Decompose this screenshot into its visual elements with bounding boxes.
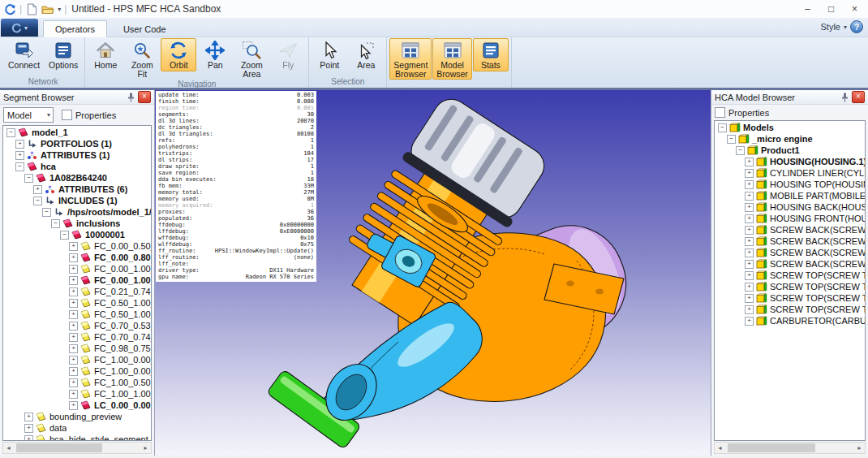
help-icon[interactable]: ? xyxy=(850,20,863,33)
tree-item[interactable]: +FC_0.70_0.74_( xyxy=(3,331,151,343)
connect-button[interactable]: Connect xyxy=(4,38,44,71)
expand-icon[interactable]: + xyxy=(24,413,33,421)
tree-item[interactable]: +SCREW TOP(SCREW TOP.4) xyxy=(715,304,865,315)
tree-item[interactable]: +hca_hide_style_segment xyxy=(3,434,151,441)
collapse-icon[interactable]: − xyxy=(15,162,24,171)
tree-item[interactable]: +SCREW BACK(SCREW BACK.3) xyxy=(715,247,865,258)
properties-checkbox[interactable]: Properties xyxy=(62,110,116,120)
style-dropdown[interactable]: Style xyxy=(821,22,840,32)
expand-icon[interactable]: + xyxy=(745,260,754,269)
expand-icon[interactable]: + xyxy=(745,294,754,303)
expand-icon[interactable]: + xyxy=(69,333,78,342)
zoom-area-button[interactable]: Zoom Area xyxy=(234,38,269,80)
tab-user-code[interactable]: User Code xyxy=(112,21,178,37)
expand-icon[interactable]: + xyxy=(69,390,78,399)
point-button[interactable]: Point xyxy=(312,38,347,71)
expand-icon[interactable]: + xyxy=(69,242,78,251)
expand-icon[interactable]: + xyxy=(745,283,754,292)
new-document-icon[interactable] xyxy=(24,2,39,16)
expand-icon[interactable]: + xyxy=(69,287,78,296)
pan-button[interactable]: Pan xyxy=(197,38,233,71)
tree-item[interactable]: +bounding_preview xyxy=(3,411,151,422)
tree-item[interactable]: +SCREW BACK(SCREW BACK.2) xyxy=(715,235,865,247)
tree-item[interactable]: +FC_0.50_1.00_( xyxy=(3,297,151,309)
expand-icon[interactable]: + xyxy=(745,192,754,201)
tree-item[interactable]: +HOUSING TOP(HOUSING TOP.1) xyxy=(715,179,865,190)
tree-item[interactable]: +FC_0.21_0.74_( xyxy=(3,286,151,297)
checkbox-box[interactable] xyxy=(62,110,72,120)
scroll-left-icon[interactable]: ◂ xyxy=(3,444,14,452)
collapse-icon[interactable]: − xyxy=(736,146,745,155)
application-menu-button[interactable]: ▾ xyxy=(1,19,38,37)
tree-item[interactable]: +LC_0.00_0.00_ xyxy=(3,400,151,411)
horizontal-scrollbar[interactable]: ◂ ▸ xyxy=(2,442,152,454)
tree-item[interactable]: +FC_0.00_0.50_1 xyxy=(3,240,151,252)
expand-icon[interactable]: + xyxy=(69,344,78,353)
maximize-button[interactable]: □ xyxy=(819,1,843,17)
3d-viewport[interactable]: update time:0.003finish time:0.000region… xyxy=(154,90,711,456)
expand-icon[interactable]: + xyxy=(33,185,42,194)
pin-icon[interactable] xyxy=(839,92,850,102)
tree-item[interactable]: +CARBURETOR(CARBURETOR.1) xyxy=(715,315,865,326)
zoom-fit-button[interactable]: Zoom Fit xyxy=(124,38,160,80)
tree-item[interactable]: −hca xyxy=(3,161,151,172)
tree-item[interactable]: +SCREW BACK(SCREW BACK.4) xyxy=(715,258,865,270)
close-icon[interactable]: × xyxy=(852,91,865,103)
tree-item[interactable]: −INCLUDES (1) xyxy=(3,195,151,206)
tree-item[interactable]: +ATTRIBUTES (1) xyxy=(3,149,151,161)
collapse-icon[interactable]: − xyxy=(51,219,60,228)
tree-item[interactable]: +FC_1.00_0.00_( xyxy=(3,354,151,365)
collapse-icon[interactable]: − xyxy=(24,174,33,183)
tree-item[interactable]: +FC_1.00_0.00_ xyxy=(3,365,151,377)
tree-item[interactable]: −/hps/roots/model_1/hca xyxy=(3,206,151,218)
expand-icon[interactable]: + xyxy=(24,424,33,433)
tree-item[interactable]: +CYLINDER LINER(CYLINDER LINER.1) xyxy=(715,167,865,179)
tree-item[interactable]: +SCREW TOP(SCREW TOP.2) xyxy=(715,281,865,292)
tree-item[interactable]: +FC_0.98_0.75_( xyxy=(3,343,151,354)
expand-icon[interactable]: + xyxy=(24,435,33,442)
open-folder-icon[interactable] xyxy=(41,2,55,16)
quick-access-dropdown-icon[interactable]: ▾ xyxy=(58,6,61,13)
tree-item[interactable]: −model_1 xyxy=(3,127,151,138)
collapse-icon[interactable]: − xyxy=(42,208,51,217)
scrollbar-thumb[interactable] xyxy=(16,443,102,452)
expand-icon[interactable]: + xyxy=(745,248,754,257)
tree-item[interactable]: +FC_0.70_0.53_( xyxy=(3,320,151,331)
collapse-icon[interactable]: − xyxy=(6,128,15,137)
expand-icon[interactable]: + xyxy=(745,237,754,246)
expand-icon[interactable]: + xyxy=(745,169,754,178)
expand-icon[interactable]: + xyxy=(745,271,754,280)
segment-browser-button[interactable]: Segment Browser xyxy=(389,38,432,80)
tab-operators[interactable]: Operators xyxy=(43,20,107,37)
tree-item[interactable]: +HOUSING BACK(HOUSING BACK.1) xyxy=(715,201,865,213)
home-button[interactable]: Home xyxy=(88,38,123,71)
area-button[interactable]: Area xyxy=(348,38,384,71)
expand-icon[interactable]: + xyxy=(745,214,754,223)
tree-item[interactable]: −10000001 xyxy=(3,229,151,240)
checkbox-box[interactable] xyxy=(715,107,725,118)
model-browser-button[interactable]: Model Browser xyxy=(432,38,472,80)
tree-item[interactable]: +FC_0.00_1.00_ xyxy=(3,274,151,286)
tree-item[interactable]: +SCREW BACK(SCREW BACK.1) xyxy=(715,224,865,235)
expand-icon[interactable]: + xyxy=(15,151,24,160)
tree-item[interactable]: +SCREW TOP(SCREW TOP.1) xyxy=(715,270,865,281)
horizontal-scrollbar[interactable]: ◂ ▸ xyxy=(714,442,866,454)
tree-item[interactable]: +MOBILE PART(MOBILE PART.1) xyxy=(715,190,865,201)
tree-item[interactable]: +FC_0.00_0.80_ xyxy=(3,252,151,263)
mode-combobox[interactable]: Model ▾ xyxy=(3,107,54,123)
tree-item[interactable]: +HOUSING(HOUSING.1) xyxy=(715,156,865,167)
expand-icon[interactable]: + xyxy=(69,356,78,365)
expand-icon[interactable]: + xyxy=(15,140,24,149)
tree-item[interactable]: +ATTRIBUTES (6) xyxy=(3,184,151,195)
tree-item[interactable]: +FC_0.50_1.00_1 xyxy=(3,309,151,320)
expand-icon[interactable]: + xyxy=(745,305,754,314)
collapse-icon[interactable]: − xyxy=(33,197,42,205)
tree-item[interactable]: −inclusions xyxy=(3,218,151,229)
expand-icon[interactable]: + xyxy=(69,367,78,376)
expand-icon[interactable]: + xyxy=(69,322,78,331)
options-button[interactable]: Options xyxy=(45,38,82,71)
tree-item[interactable]: −1A082B64240 xyxy=(3,172,151,184)
minimize-button[interactable]: – xyxy=(796,1,819,17)
scroll-left-icon[interactable]: ◂ xyxy=(715,444,725,452)
tree-item[interactable]: +FC_1.00_1.00_( xyxy=(3,388,151,400)
